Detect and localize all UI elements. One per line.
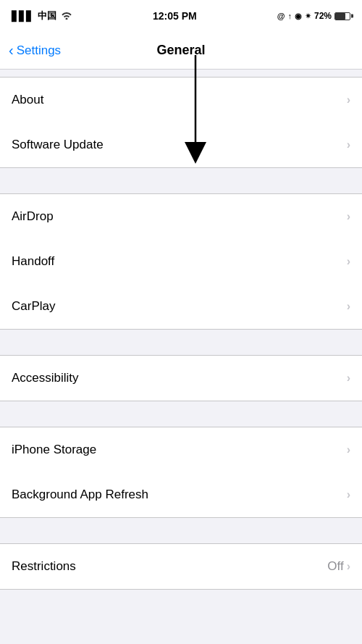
iphone-storage-row[interactable]: iPhone Storage › (0, 427, 362, 472)
status-time: 12:05 PM (153, 10, 197, 22)
carplay-chevron-icon: › (347, 300, 350, 313)
location-arrow-icon: ↑ (287, 12, 292, 20)
settings-content: About › Software Update › AirDrop › (0, 70, 362, 644)
about-right: › (347, 93, 350, 106)
location-icon: @ (277, 12, 285, 20)
software-update-label: Software Update (12, 138, 104, 152)
back-chevron-icon: ‹ (9, 42, 14, 59)
status-left: ▋▋▋ 中国 (12, 9, 72, 22)
background-refresh-right: › (347, 488, 350, 501)
airdrop-chevron-icon: › (347, 210, 350, 223)
section-group-5: Restrictions Off › (0, 543, 362, 590)
nav-bar: ‹ Settings General (0, 32, 362, 70)
spacer-3 (0, 401, 362, 427)
spacer-4 (0, 518, 362, 543)
wifi-icon (61, 11, 72, 22)
section-group-3: Accessibility › (0, 355, 362, 401)
carplay-right: › (347, 300, 350, 313)
background-refresh-row[interactable]: Background App Refresh › (0, 472, 362, 517)
back-button[interactable]: ‹ Settings (9, 43, 61, 59)
restrictions-chevron-icon: › (347, 560, 350, 573)
section-group-1: About › Software Update › (0, 77, 362, 168)
handoff-row[interactable]: Handoff › (0, 239, 362, 284)
page-title: General (156, 43, 205, 58)
section-group-2: AirDrop › Handoff › CarPlay › (0, 193, 362, 330)
section-group-4: iPhone Storage › Background App Refresh … (0, 427, 362, 518)
airdrop-right: › (347, 210, 350, 223)
restrictions-value: Off (327, 559, 343, 574)
accessibility-row[interactable]: Accessibility › (0, 356, 362, 401)
accessibility-right: › (347, 372, 350, 385)
alarm-icon: ◉ (295, 12, 302, 21)
background-refresh-label: Background App Refresh (12, 488, 148, 502)
airdrop-label: AirDrop (12, 209, 54, 224)
carplay-label: CarPlay (12, 299, 55, 314)
bluetooth-icon: ✴ (305, 12, 311, 21)
software-update-chevron-icon: › (347, 138, 350, 151)
status-bar: ▋▋▋ 中国 12:05 PM @ ↑ ◉ ✴ 72% (0, 0, 362, 32)
about-label: About (12, 93, 43, 107)
top-spacer (0, 70, 362, 77)
carrier-name: 中国 (38, 9, 56, 22)
iphone-storage-label: iPhone Storage (12, 443, 96, 457)
restrictions-label: Restrictions (12, 559, 76, 574)
airdrop-row[interactable]: AirDrop › (0, 194, 362, 239)
about-chevron-icon: › (347, 93, 350, 106)
about-row[interactable]: About › (0, 78, 362, 122)
carplay-row[interactable]: CarPlay › (0, 284, 362, 329)
back-label: Settings (17, 43, 61, 58)
software-update-right: › (347, 138, 350, 151)
spacer-2 (0, 330, 362, 355)
accessibility-label: Accessibility (12, 371, 79, 385)
handoff-right: › (347, 255, 350, 268)
signal-bars: ▋▋▋ (12, 11, 33, 22)
handoff-chevron-icon: › (347, 255, 350, 268)
restrictions-row[interactable]: Restrictions Off › (0, 544, 362, 589)
background-refresh-chevron-icon: › (347, 488, 350, 501)
spacer-1 (0, 168, 362, 193)
handoff-label: Handoff (12, 254, 54, 269)
battery-percentage: 72% (314, 11, 332, 21)
software-update-row[interactable]: Software Update › (0, 122, 362, 167)
restrictions-right: Off › (327, 559, 350, 574)
accessibility-chevron-icon: › (347, 372, 350, 385)
iphone-storage-chevron-icon: › (347, 443, 350, 456)
battery-icon (334, 12, 350, 20)
status-right: @ ↑ ◉ ✴ 72% (277, 11, 350, 21)
iphone-storage-right: › (347, 443, 350, 456)
